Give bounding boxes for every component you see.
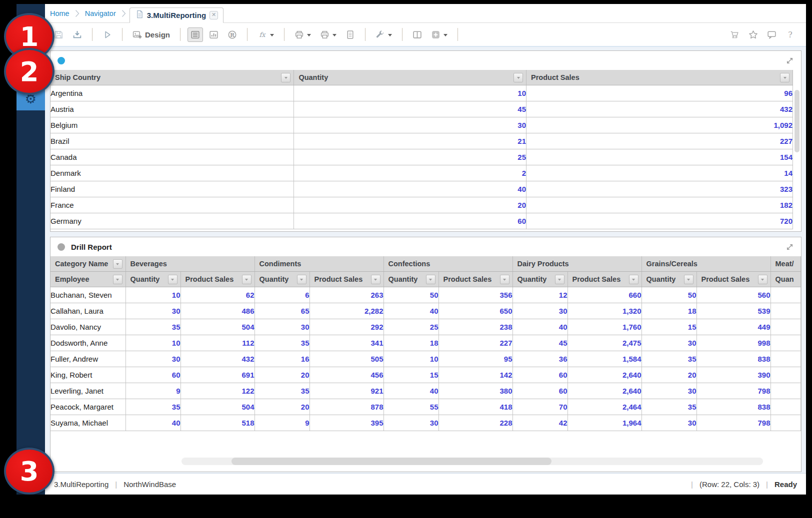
drill-table-row: Peacock, Margaret355042087855418702,4643… [50,399,801,415]
tab-bar: HomeNavigator 3.MultiReporting ✕ [45,4,806,23]
r-viewer-icon: R [228,30,237,39]
filter-dropdown-icon[interactable] [555,275,564,284]
breadcrumb-navigator[interactable]: Navigator [85,9,116,17]
employee-cell: Davolio, Nancy [50,319,126,335]
filter-dropdown-icon[interactable] [629,275,638,284]
header-employee: Employee [50,272,126,287]
chart-icon [209,30,218,39]
help-icon: ? [786,30,795,39]
header-product-sales: Product Sales [180,272,254,287]
expand-icon[interactable] [786,56,794,65]
filter-dropdown-icon[interactable] [113,259,122,269]
horizontal-scrollbar-thumb[interactable] [232,458,552,465]
filter-dropdown-icon[interactable] [297,275,306,284]
print-button[interactable] [292,27,314,42]
value-cell: 2,282 [310,303,384,319]
value-cell: 691 [180,367,254,383]
value-cell: 323 [526,181,793,197]
value-cell: 2 [294,165,526,181]
breadcrumb: HomeNavigator [50,4,130,22]
design-button[interactable]: Design [130,27,173,42]
horizontal-scrollbar-track[interactable] [182,458,763,465]
favorites-button[interactable] [746,27,761,42]
value-cell: 12 [512,287,568,303]
header-quantity: Quantity [126,272,180,287]
truncated-cell [770,367,800,383]
columns-icon [412,30,422,39]
value-cell: 560 [696,287,770,303]
help-button[interactable]: ? [782,27,798,42]
drill-table-row: Dodsworth, Anne101123534118227452,475309… [50,335,801,351]
header-quantity: Quantity [512,272,568,287]
toolbar-separator [92,28,92,41]
value-cell: 122 [180,383,254,399]
value-cell: 518 [180,415,254,431]
value-cell: 112 [180,335,254,351]
svg-text:?: ? [788,30,792,39]
feedback-button[interactable] [764,27,780,42]
page-setup-button[interactable] [342,27,358,42]
value-cell: 30 [384,415,438,431]
breadcrumb-home[interactable]: Home [50,9,70,17]
value-cell: 390 [696,367,770,383]
table-row: Germany60720 [50,213,793,229]
filter-dropdown-icon[interactable] [371,275,380,284]
vertical-scrollbar[interactable] [794,90,800,152]
value-cell: 45 [294,101,526,117]
filter-dropdown-icon[interactable] [758,275,768,284]
employee-cell: Leverling, Janet [50,383,126,399]
header-quantity: Quantity [294,70,526,85]
add-panel-button[interactable] [428,27,450,42]
value-cell: 30 [294,117,526,133]
value-cell: 50 [384,287,438,303]
print-icon [320,30,330,39]
panel2-titlebar: Drill Report [50,237,801,256]
filter-dropdown-icon[interactable] [684,275,694,284]
toolbar-separator [365,28,366,41]
parameters-icon [190,30,200,39]
value-cell: 227 [526,133,793,149]
print-export-button[interactable] [317,27,340,42]
filter-dropdown-icon[interactable] [426,275,436,284]
report-viewer-button[interactable]: R [224,27,240,42]
chevron-down-icon [307,34,311,38]
functions-button[interactable]: fx [254,27,277,42]
filter-dropdown-icon[interactable] [113,275,122,284]
filter-dropdown-icon[interactable] [242,275,252,284]
run-button[interactable] [100,27,115,42]
cart-button[interactable] [727,27,742,42]
value-cell: 238 [438,319,512,335]
value-cell: 10 [126,287,180,303]
value-cell: 660 [568,287,642,303]
add-icon [431,30,440,39]
tab-multireporting[interactable]: 3.MultiReporting ✕ [130,7,224,23]
design-label: Design [145,30,170,39]
run-icon [102,30,112,39]
value-cell: 432 [180,351,254,367]
filter-dropdown-icon[interactable] [168,275,178,284]
tab-label: 3.MultiReporting [147,11,206,19]
value-cell: 395 [310,415,384,431]
value-cell: 1,320 [568,303,642,319]
chart-view-button[interactable] [206,27,222,42]
report-status-dot-blue [58,57,65,64]
tab-close-icon[interactable]: ✕ [210,11,218,19]
tools-button[interactable] [372,27,395,42]
filter-dropdown-icon[interactable] [500,275,510,284]
value-cell: 504 [180,399,254,415]
value-cell: 998 [696,335,770,351]
filter-dropdown-icon[interactable] [514,73,523,82]
value-cell: 40 [512,319,568,335]
wrench-icon [376,30,385,39]
split-view-button[interactable] [410,27,425,42]
value-cell: 2,464 [568,399,642,415]
expand-icon[interactable] [786,243,794,251]
value-cell: 25 [384,319,438,335]
filter-dropdown-icon[interactable] [780,73,790,82]
parameters-panel-button[interactable] [188,27,203,42]
value-cell: 30 [254,319,310,335]
value-cell: 30 [126,303,180,319]
export-button[interactable] [70,27,85,42]
value-cell: 504 [180,319,254,335]
filter-dropdown-icon[interactable] [281,73,290,82]
